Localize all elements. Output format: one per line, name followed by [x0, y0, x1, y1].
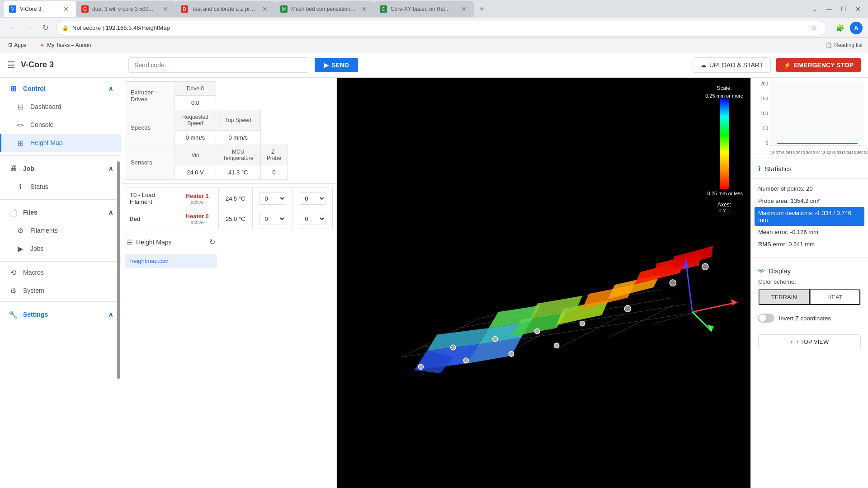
bolt-icon: ⚡: [783, 61, 791, 69]
heater-bed-target2-select[interactable]: 0: [299, 213, 326, 225]
emergency-label: EMERGENCY STOP: [794, 61, 854, 69]
y-label-100: 100: [760, 111, 768, 116]
invert-z-toggle[interactable]: [758, 314, 774, 323]
sidebar-item-control[interactable]: ⊞ Control ∧: [0, 80, 121, 98]
svg-point-20: [670, 280, 676, 286]
sidebar-item-files[interactable]: 📄 Files ∧: [0, 203, 121, 221]
heater-t0-target1-cell[interactable]: 0: [252, 188, 292, 209]
heater-bed-target1-cell[interactable]: 0: [252, 209, 292, 229]
heightmap-refresh-icon[interactable]: ↻: [209, 238, 215, 246]
sidebar-section-control: ⊞ Control ∧ ⊟ Dashboard <> Console ⊞ Hei…: [0, 78, 121, 154]
heightmap-file-item[interactable]: heightmap.csv: [125, 254, 217, 268]
sidebar: ☰ V-Core 3 ⊞ Control ∧ ⊟ Dashboard <> Co…: [0, 52, 121, 488]
grid-icon: ⊞: [9, 84, 18, 93]
display-section: 👁 Display Color scheme: TERRAIN HEAT Inv…: [751, 262, 868, 331]
tab-close-2[interactable]: ✕: [161, 5, 170, 14]
tab-close-1[interactable]: ✕: [61, 5, 71, 14]
bookmark-my-tasks[interactable]: 🔺 My Tasks – Aurion: [36, 40, 94, 50]
tab-mesh-bed[interactable]: M Mesh bed compensation for diff... ✕: [275, 1, 374, 17]
emergency-stop-button[interactable]: ⚡ EMERGENCY STOP: [776, 58, 861, 72]
tab-title-4: Mesh bed compensation for diff...: [291, 6, 356, 12]
sidebar-item-job[interactable]: 🖨 Job ∧: [0, 160, 121, 178]
tab-list-button[interactable]: ⌄: [808, 3, 821, 15]
sidebar-scrollbar[interactable]: [117, 161, 120, 379]
sidebar-menu-icon[interactable]: ☰: [7, 60, 15, 70]
bookmark-star-button[interactable]: ☆: [808, 22, 821, 34]
sidebar-item-dashboard[interactable]: ⊟ Dashboard: [0, 98, 121, 116]
send-button[interactable]: ▶ SEND: [315, 58, 358, 72]
tab-close-4[interactable]: ✕: [360, 5, 369, 14]
sidebar-item-macros[interactable]: ⟲ Macros: [0, 263, 121, 282]
heater-bed-target1-select[interactable]: 0: [259, 213, 286, 225]
content-area: Extruder Drives Drive 0 0.0 Speeds Reque…: [121, 78, 868, 488]
tab-close-5[interactable]: ✕: [459, 5, 468, 14]
apps-label: Apps: [14, 42, 26, 48]
mean-error-row: Mean error: -0.126 mm: [751, 226, 868, 238]
tab-test-calibrate[interactable]: D Test and calibrate a Z probe - Du... ✕: [175, 1, 275, 17]
heater-t0-target2-cell[interactable]: 0: [292, 188, 333, 209]
heater-t0-name: T0 - Load Filament: [130, 192, 171, 205]
tab-core-xy[interactable]: C Core-XY based on Rat Rig V-Cor... ✕: [374, 1, 474, 17]
minimize-button[interactable]: —: [823, 3, 835, 15]
toggle-knob: [759, 314, 766, 322]
graph-panel: 200 150 100 50 0 13:27 13:28: [751, 78, 868, 159]
top-view-button[interactable]: ↑ ↑ TOP VIEW: [758, 334, 861, 349]
lock-icon: 🔒: [62, 25, 69, 31]
mcu-temp-header: MCU Temperature: [216, 145, 260, 165]
sidebar-item-status[interactable]: ℹ Status: [0, 178, 121, 196]
console-label: Console: [30, 121, 113, 128]
maximize-button[interactable]: ☐: [837, 3, 850, 15]
sidebar-item-settings[interactable]: 🔧 Settings ∧: [0, 305, 121, 324]
heater-t0-target1-select[interactable]: 0: [259, 192, 286, 205]
dashboard-label: Dashboard: [30, 103, 113, 110]
new-tab-button[interactable]: +: [476, 3, 488, 15]
aurion-favicon: 🔺: [39, 42, 45, 48]
bookmarks-bar: ⊞ Apps 🔺 My Tasks – Aurion 📋 Reading lis…: [0, 38, 868, 52]
address-bar: ← → ↻ 🔒 Not secure | 192.168.3.46/Height…: [0, 18, 868, 38]
max-dev-row: Maximum deviations: -1.334 / 0.746 mm: [755, 207, 864, 226]
sidebar-item-heightmap[interactable]: ⊞ Height Map: [0, 134, 121, 152]
drive0-header: Drive 0: [175, 82, 216, 96]
close-window-button[interactable]: ✕: [852, 3, 864, 15]
extensions-button[interactable]: 🧩: [834, 22, 846, 34]
svg-point-15: [451, 345, 456, 350]
terrain-button[interactable]: TERRAIN: [759, 289, 810, 305]
x-label-1330: 13:30: [801, 150, 811, 155]
sidebar-item-system[interactable]: ⚙ System: [0, 282, 121, 300]
forward-button[interactable]: →: [22, 21, 36, 35]
heater-bed-temp: 25.0 °C: [218, 209, 252, 229]
vin-value: 24.0 V: [175, 165, 216, 180]
svg-point-16: [493, 337, 498, 342]
tab-favicon-4: M: [280, 5, 288, 13]
url-bar[interactable]: 🔒 Not secure | 192.168.3.46/HeightMap ☆: [56, 21, 826, 35]
refresh-button[interactable]: ↻: [38, 21, 52, 35]
sidebar-item-console[interactable]: <> Console: [0, 116, 121, 134]
svg-point-14: [554, 343, 559, 348]
axes-arrows: [683, 260, 738, 331]
heater-t0-target2-select[interactable]: 0: [299, 192, 326, 205]
display-icon: 👁: [758, 267, 765, 275]
heater-t0-temp: 24.5 °C: [218, 188, 252, 209]
heat-button[interactable]: HEAT: [810, 289, 861, 305]
scale-legend: Scale: 0.25 mm or more -0.25 mm or less …: [705, 85, 743, 213]
bookmark-apps[interactable]: ⊞ Apps: [5, 40, 29, 50]
reading-list-button[interactable]: 📋 Reading list: [826, 42, 863, 48]
back-button[interactable]: ←: [5, 21, 20, 35]
upload-start-button[interactable]: ☁ UPLOAD & START: [693, 57, 771, 73]
tab-duet[interactable]: G duet 3 wifi v-core 3 500mm bed... ✕: [76, 1, 175, 17]
main-content: ▶ SEND ☁ UPLOAD & START ⚡ EMERGENCY STOP: [121, 52, 868, 488]
sidebar-item-filaments[interactable]: ⚙ Filaments: [0, 221, 121, 239]
mean-error-label: Mean error:: [758, 229, 788, 235]
nav-buttons: ← → ↻: [5, 21, 52, 35]
tab-vccore3[interactable]: V V-Core 3 ✕: [4, 1, 76, 17]
heightmap-list-panel: ☰ Height Maps ↻ heightmap.csv: [121, 233, 221, 271]
tab-close-3[interactable]: ✕: [260, 5, 269, 14]
profile-button[interactable]: A: [850, 22, 863, 34]
send-code-input[interactable]: [128, 57, 309, 73]
heater-bed-target2-cell[interactable]: 0: [292, 209, 333, 229]
zprobe-value: 0: [260, 165, 287, 180]
browser-actions: 🧩 A: [834, 22, 863, 34]
jobs-icon: ▶: [16, 244, 25, 253]
sidebar-item-jobs[interactable]: ▶ Jobs: [0, 239, 121, 258]
heightmap-3d-svg: [337, 78, 750, 488]
